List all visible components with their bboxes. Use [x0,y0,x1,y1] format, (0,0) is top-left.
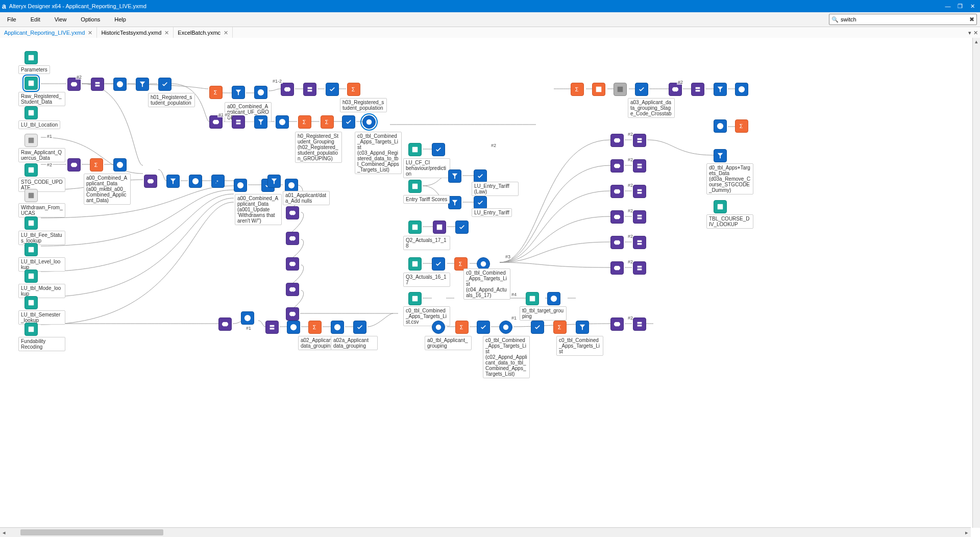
union-tool[interactable] [633,236,646,249]
minimize-button[interactable]: — [942,2,953,11]
input-tool-tbl-course[interactable] [714,200,727,213]
union-tool[interactable] [633,261,646,275]
summarize-tool[interactable]: Σ [209,86,223,99]
join-tool[interactable] [610,159,624,173]
join-tool[interactable] [610,318,624,331]
select-tool[interactable] [353,321,366,334]
tile-tool[interactable] [362,115,376,129]
input-tool-fundability[interactable] [24,323,38,336]
horizontal-scrollbar[interactable]: ◂ ▸ [0,527,971,537]
join-tool[interactable] [610,185,624,198]
input-tool-lu-level[interactable] [24,243,38,256]
filter-tool[interactable] [166,175,180,188]
select-tool[interactable] [531,321,544,334]
join-tool[interactable] [218,318,232,331]
input-tool-entry-tariff[interactable] [408,180,422,193]
container-tool-raw-applicant[interactable] [24,134,38,147]
join-tool[interactable] [286,283,299,296]
union-tool[interactable] [633,185,646,198]
input-tool-lu-fee[interactable] [24,216,38,230]
formula-tool[interactable] [331,321,344,334]
tab-excel-batch[interactable]: ExcelBatch.yxmc ✕ [174,27,233,38]
summarize-tool[interactable]: Σ [321,115,334,129]
union-tool[interactable] [633,134,646,147]
input-tool-c0-csv[interactable] [408,292,422,305]
summarize-tool[interactable]: Σ [455,321,469,334]
vertical-scrollbar[interactable]: ▴ [972,38,980,528]
input-tool-stg-code[interactable] [24,163,38,177]
menu-edit[interactable]: Edit [23,14,47,25]
filter-tool[interactable] [576,321,589,334]
filter-tool[interactable] [136,78,149,91]
formula-tool[interactable] [254,86,267,99]
summarize-tool[interactable]: Σ [90,158,103,172]
summarize-tool[interactable]: Σ [571,83,584,96]
tab-close-all-icon[interactable]: ✕ [973,30,978,36]
join-tool[interactable] [286,307,299,321]
filter-tool[interactable] [254,115,267,129]
join-tool[interactable] [286,257,299,271]
summarize-tool[interactable]: Σ [308,321,322,334]
select-tool[interactable] [474,169,487,183]
workflow-canvas[interactable]: Parameters Raw_Registered_Student_Data L… [0,38,980,528]
join-tool[interactable] [610,236,624,249]
menu-file[interactable]: File [0,14,23,25]
crosstab-tool[interactable] [592,83,605,96]
tile-tool[interactable] [432,321,445,334]
tab-applicant-reporting[interactable]: Applicant_Reporting_LIVE.yxmd ✕ [0,27,97,38]
filter-tool[interactable] [232,86,245,99]
container-tool-withdrawn[interactable] [24,189,38,202]
formula-tool[interactable] [714,119,727,133]
formula-tool[interactable] [276,115,289,129]
select-tool[interactable] [477,321,490,334]
filter-tool[interactable] [714,83,727,96]
union-tool[interactable] [265,321,279,334]
tab-overflow-icon[interactable]: ▾ [968,30,971,36]
tab-close-icon[interactable]: ✕ [164,30,169,36]
scrollbar-thumb[interactable] [20,529,163,535]
union-tool[interactable] [633,210,646,224]
menu-options[interactable]: Options [74,14,107,25]
input-tool-lu-location[interactable] [24,106,38,119]
menu-view[interactable]: View [47,14,74,25]
union-tool[interactable] [633,318,646,331]
select-tool[interactable] [474,196,487,209]
select-tool[interactable] [342,115,355,129]
join-tool[interactable] [281,83,294,96]
tab-close-icon[interactable]: ✕ [224,30,228,36]
select-tool[interactable] [635,83,648,96]
formula-tool[interactable] [241,311,254,325]
dynamic-rename-tool[interactable] [614,83,627,96]
summarize-tool[interactable]: Σ [298,115,311,129]
union-tool[interactable] [633,159,646,173]
select-tool[interactable] [158,78,172,91]
formula-tool[interactable] [547,292,560,305]
select-tool[interactable] [326,83,339,96]
join-tool[interactable] [144,175,157,188]
regex-tool[interactable]: .* [211,175,225,188]
union-tool[interactable] [691,83,704,96]
join-tool[interactable] [610,261,624,275]
join-tool[interactable] [610,134,624,147]
maximize-button[interactable]: ❐ [954,2,966,11]
formula-tool[interactable] [287,321,300,334]
input-tool-t0-target[interactable] [526,292,539,305]
input-tool-lu-semester[interactable] [24,296,38,309]
filter-tool[interactable] [267,175,281,188]
input-tool-lu-mode[interactable] [24,270,38,283]
summarize-tool[interactable]: Σ [735,119,748,133]
input-tool-q2-actuals[interactable] [408,221,422,234]
union-tool[interactable] [232,115,245,129]
menu-help[interactable]: Help [107,14,133,25]
join-tool[interactable] [286,232,299,245]
summarize-tool[interactable]: Σ [553,321,567,334]
formula-tool[interactable] [189,175,202,188]
tile-tool[interactable] [499,321,512,334]
scroll-right-icon[interactable]: ▸ [963,528,971,536]
select-tool[interactable] [455,221,469,234]
formula-tool[interactable] [735,83,748,96]
select-tool[interactable] [432,257,445,271]
formula-tool[interactable] [113,158,127,172]
join-tool[interactable] [286,206,299,219]
formula-tool[interactable] [113,78,127,91]
